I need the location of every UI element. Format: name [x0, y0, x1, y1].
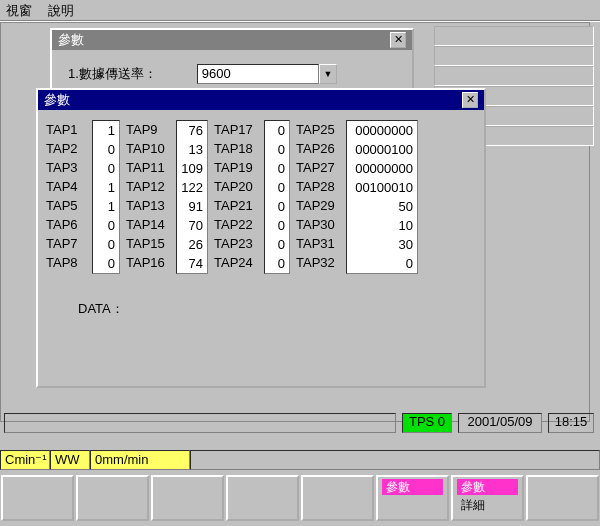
tap-value-c-5[interactable]: 0: [265, 216, 289, 235]
status-empty: [4, 413, 396, 433]
fkey-7[interactable]: 參數 詳細: [451, 475, 524, 521]
tap-label-b-0: TAP9: [124, 120, 172, 139]
fkey7-label2: 詳細: [461, 497, 485, 514]
tap-value-a-4[interactable]: 1: [93, 197, 119, 216]
tap-value-d-7[interactable]: 0: [347, 254, 417, 273]
tap-value-b-0[interactable]: 76: [177, 121, 207, 140]
status-date: 2001/05/09: [458, 413, 542, 433]
tap-value-b-2[interactable]: 109: [177, 159, 207, 178]
tap-label-b-7: TAP16: [124, 253, 172, 272]
baud-label: 1.數據傳送率：: [68, 65, 157, 83]
tap-value-c-4[interactable]: 0: [265, 197, 289, 216]
tap-value-b-1[interactable]: 13: [177, 140, 207, 159]
chevron-down-icon[interactable]: ▼: [319, 64, 337, 84]
tap-label-d-3: TAP28: [294, 177, 342, 196]
status-tps: TPS 0: [402, 413, 452, 433]
tap-label-a-3: TAP4: [44, 177, 88, 196]
tap-value-b-5[interactable]: 70: [177, 216, 207, 235]
feed-box: 0mm/min: [90, 450, 190, 470]
dialog1-titlebar: 參數 ✕: [52, 30, 412, 50]
tap-value-b-4[interactable]: 91: [177, 197, 207, 216]
fkey7-label1: 參數: [457, 479, 518, 495]
tap-value-d-6[interactable]: 30: [347, 235, 417, 254]
tap-label-b-3: TAP12: [124, 177, 172, 196]
tap-value-a-7[interactable]: 0: [93, 254, 119, 273]
tap-label-b-2: TAP11: [124, 158, 172, 177]
menu-help[interactable]: 說明: [48, 3, 74, 18]
tap-label-d-2: TAP27: [294, 158, 342, 177]
tap-label-a-4: TAP5: [44, 196, 88, 215]
tap-label-c-4: TAP21: [212, 196, 260, 215]
row2-empty: [190, 450, 600, 470]
tap-label-a-2: TAP3: [44, 158, 88, 177]
tap-label-a-5: TAP6: [44, 215, 88, 234]
menu-window[interactable]: 視窗: [6, 3, 32, 18]
tap-label-c-0: TAP17: [212, 120, 260, 139]
tap-label-d-1: TAP26: [294, 139, 342, 158]
fkey-2[interactable]: [76, 475, 149, 521]
tap-label-c-1: TAP18: [212, 139, 260, 158]
tap-label-d-4: TAP29: [294, 196, 342, 215]
tap-value-a-3[interactable]: 1: [93, 178, 119, 197]
dialog2-title: 參數: [44, 91, 70, 109]
tap-value-d-1[interactable]: 00000100: [347, 140, 417, 159]
tap-label-b-5: TAP14: [124, 215, 172, 234]
close-icon[interactable]: ✕: [390, 32, 406, 48]
tap-value-d-5[interactable]: 10: [347, 216, 417, 235]
tap-value-a-2[interactable]: 0: [93, 159, 119, 178]
tap-value-c-7[interactable]: 0: [265, 254, 289, 273]
ww-box: WW: [50, 450, 90, 470]
tap-label-b-4: TAP13: [124, 196, 172, 215]
tap-value-a-5[interactable]: 0: [93, 216, 119, 235]
tap-value-a-1[interactable]: 0: [93, 140, 119, 159]
tap-label-b-6: TAP15: [124, 234, 172, 253]
status-time: 18:15: [548, 413, 594, 433]
tap-value-c-2[interactable]: 0: [265, 159, 289, 178]
tap-label-d-5: TAP30: [294, 215, 342, 234]
fkey-8[interactable]: [526, 475, 599, 521]
close-icon[interactable]: ✕: [462, 92, 478, 108]
fkey-5[interactable]: [301, 475, 374, 521]
fkey-4[interactable]: [226, 475, 299, 521]
dialog2-titlebar: 參數 ✕: [38, 90, 484, 110]
tap-value-d-4[interactable]: 50: [347, 197, 417, 216]
tap-label-b-1: TAP10: [124, 139, 172, 158]
tap-label-a-6: TAP7: [44, 234, 88, 253]
dialog1-title: 參數: [58, 31, 84, 49]
fkey-3[interactable]: [151, 475, 224, 521]
tap-value-b-3[interactable]: 122: [177, 178, 207, 197]
tap-value-b-7[interactable]: 74: [177, 254, 207, 273]
tap-label-d-0: TAP25: [294, 120, 342, 139]
tap-value-b-6[interactable]: 26: [177, 235, 207, 254]
dialog-params-inner: 參數 ✕ TAP1TAP2TAP3TAP4TAP5TAP6TAP7TAP8100…: [36, 88, 486, 388]
tap-label-a-7: TAP8: [44, 253, 88, 272]
baud-combo[interactable]: 9600 ▼: [197, 64, 337, 84]
tap-value-d-3[interactable]: 00100010: [347, 178, 417, 197]
tap-label-c-7: TAP24: [212, 253, 260, 272]
tap-label-a-1: TAP2: [44, 139, 88, 158]
fkey-1[interactable]: [1, 475, 74, 521]
baud-value[interactable]: 9600: [197, 64, 319, 84]
tap-label-a-0: TAP1: [44, 120, 88, 139]
tap-value-a-6[interactable]: 0: [93, 235, 119, 254]
tap-label-c-5: TAP22: [212, 215, 260, 234]
tap-label-c-2: TAP19: [212, 158, 260, 177]
tap-label-d-7: TAP32: [294, 253, 342, 272]
function-keys: 參數 參數 詳細: [0, 474, 600, 522]
tap-label-c-3: TAP20: [212, 177, 260, 196]
data-label: DATA：: [38, 284, 484, 318]
tap-value-a-0[interactable]: 1: [93, 121, 119, 140]
fkey-6[interactable]: 參數: [376, 475, 449, 521]
tap-value-c-3[interactable]: 0: [265, 178, 289, 197]
tap-value-c-0[interactable]: 0: [265, 121, 289, 140]
tap-value-d-2[interactable]: 00000000: [347, 159, 417, 178]
tap-label-c-6: TAP23: [212, 234, 260, 253]
tap-value-d-0[interactable]: 00000000: [347, 121, 417, 140]
tap-label-d-6: TAP31: [294, 234, 342, 253]
tap-value-c-6[interactable]: 0: [265, 235, 289, 254]
cmin-box: Cmin⁻¹: [0, 450, 50, 470]
fkey6-label: 參數: [382, 479, 443, 495]
tap-value-c-1[interactable]: 0: [265, 140, 289, 159]
